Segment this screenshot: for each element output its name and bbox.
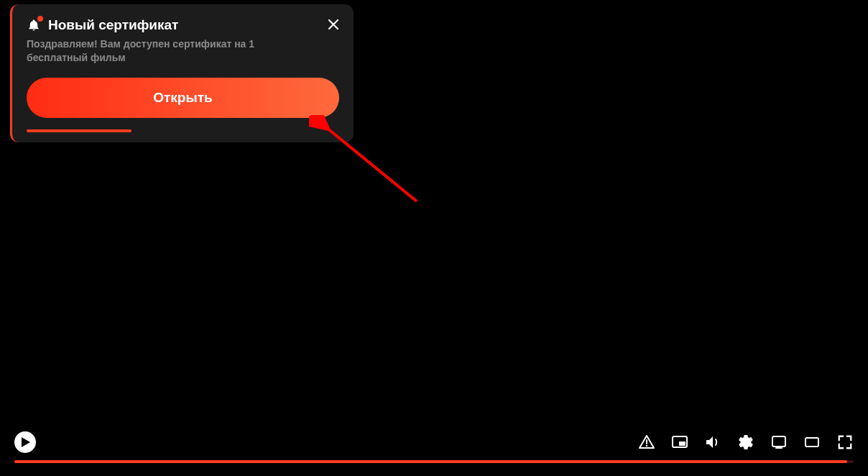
notification-header: Новый сертификат — [27, 17, 339, 33]
notification-body: Поздравляем! Вам доступен сертификат на … — [27, 37, 285, 65]
pip-button[interactable] — [671, 434, 688, 451]
svg-rect-5 — [772, 436, 785, 447]
close-button[interactable] — [325, 16, 342, 33]
controls-row — [14, 431, 854, 453]
pip-icon — [671, 434, 688, 451]
progress-fill — [14, 460, 847, 463]
video-controls — [0, 431, 868, 463]
notification-progress — [27, 129, 131, 132]
progress-bar[interactable] — [14, 460, 854, 463]
bell-icon — [27, 18, 41, 32]
svg-rect-4 — [679, 441, 685, 446]
controls-right — [638, 434, 854, 451]
play-button[interactable] — [14, 431, 36, 453]
svg-point-2 — [646, 445, 647, 447]
volume-icon — [704, 434, 721, 451]
cast-button[interactable] — [770, 434, 788, 451]
gear-icon — [737, 434, 754, 451]
fullscreen-icon — [837, 434, 853, 450]
warning-triangle-icon — [638, 434, 655, 451]
rectangle-icon — [803, 434, 821, 451]
notification-popup: Новый сертификат Поздравляем! Вам доступ… — [10, 4, 354, 142]
cast-icon — [770, 434, 788, 451]
notification-title: Новый сертификат — [48, 17, 339, 33]
theatre-mode-button[interactable] — [803, 434, 821, 451]
controls-left — [14, 431, 36, 453]
play-icon — [22, 437, 30, 447]
svg-rect-6 — [805, 438, 818, 447]
open-button[interactable]: Открыть — [27, 78, 339, 118]
notification-dot-icon — [37, 16, 43, 22]
fullscreen-button[interactable] — [836, 434, 854, 451]
settings-button[interactable] — [737, 434, 754, 451]
volume-button[interactable] — [704, 434, 721, 451]
close-icon — [328, 19, 339, 30]
report-button[interactable] — [638, 434, 655, 451]
